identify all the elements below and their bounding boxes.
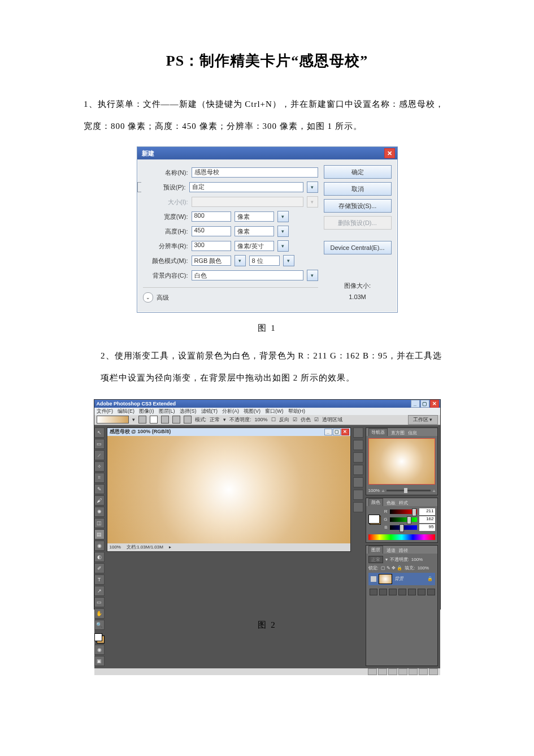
fill-value[interactable]: 100% bbox=[418, 565, 429, 571]
zoom-in-icon[interactable]: ▵ bbox=[433, 488, 435, 493]
tab-info[interactable]: 信息 bbox=[408, 430, 417, 436]
status-icon[interactable] bbox=[429, 668, 438, 675]
resolution-unit[interactable]: 像素/英寸 bbox=[235, 241, 274, 251]
g-value[interactable]: 162 bbox=[419, 516, 435, 523]
close-icon[interactable]: ✕ bbox=[430, 400, 439, 408]
zoom-tool-icon[interactable]: 🔍 bbox=[94, 620, 105, 630]
height-input[interactable]: 450 bbox=[192, 226, 231, 236]
layers-footer[interactable] bbox=[366, 587, 437, 597]
menu-item[interactable]: 视图(V) bbox=[244, 408, 261, 415]
cancel-button[interactable]: 取消 bbox=[324, 182, 392, 196]
b-value[interactable]: 95 bbox=[419, 524, 435, 531]
stamp-tool-icon[interactable]: ✺ bbox=[94, 507, 105, 517]
menu-item[interactable]: 文件(F) bbox=[97, 408, 114, 415]
dock-icon[interactable] bbox=[353, 452, 363, 463]
chevron-down-icon[interactable]: ▾ bbox=[283, 255, 294, 266]
menu-item[interactable]: 图层(L) bbox=[159, 408, 175, 415]
nav-zoom-value[interactable]: 100% bbox=[368, 488, 380, 493]
colormode-select[interactable]: RGB 颜色 bbox=[192, 256, 231, 266]
canvas[interactable] bbox=[107, 436, 350, 543]
expand-icon[interactable]: ⌄ bbox=[143, 292, 153, 303]
dock-icon[interactable] bbox=[353, 440, 363, 450]
fg-swatch[interactable] bbox=[368, 515, 380, 524]
r-slider[interactable] bbox=[390, 509, 417, 514]
gradient-linear-icon[interactable] bbox=[138, 416, 146, 424]
blend-mode[interactable]: 正常 bbox=[368, 556, 383, 563]
tab-styles[interactable]: 样式 bbox=[399, 500, 408, 506]
opacity-value[interactable]: 100% bbox=[255, 417, 268, 422]
eyedropper-tool-icon[interactable]: ✎ bbox=[94, 484, 105, 494]
b-slider[interactable] bbox=[390, 525, 417, 530]
gradient-tool-icon[interactable]: ▤ bbox=[94, 529, 105, 539]
tab-swatches[interactable]: 色板 bbox=[387, 500, 396, 506]
spectrum-bar[interactable] bbox=[368, 534, 435, 540]
option-flag[interactable]: 反向 bbox=[279, 416, 289, 424]
bgcontent-select[interactable]: 白色 bbox=[192, 270, 303, 280]
preset-select[interactable]: 自定 bbox=[189, 182, 303, 192]
menu-item[interactable]: 编辑(E) bbox=[118, 408, 134, 415]
new-layer-icon[interactable] bbox=[418, 589, 426, 595]
status-icon[interactable] bbox=[378, 668, 387, 675]
toolbox[interactable]: ↖ ▭ ⟋ ✧ ⌗ ✎ 🖌 ✺ ◫ ▤ ◉ ◐ ✐ T ↗ ▭ ✋ bbox=[94, 425, 105, 668]
layer-name[interactable]: 背景 bbox=[394, 576, 403, 582]
chevron-down-icon[interactable]: ▾ bbox=[235, 255, 246, 266]
adjustment-icon[interactable] bbox=[398, 589, 406, 595]
device-central-button[interactable]: Device Central(E)... bbox=[324, 241, 392, 254]
menu-item[interactable]: 分析(A) bbox=[222, 408, 239, 415]
link-icon[interactable] bbox=[370, 589, 377, 595]
dock-icon[interactable] bbox=[353, 490, 363, 500]
hand-tool-icon[interactable]: ✋ bbox=[94, 608, 105, 619]
navigator-preview[interactable] bbox=[368, 438, 435, 485]
path-tool-icon[interactable]: ↗ bbox=[94, 586, 105, 596]
menu-item[interactable]: 帮助(H) bbox=[288, 408, 306, 415]
tab-navigator[interactable]: 导航器 bbox=[368, 428, 388, 436]
height-unit[interactable]: 像素 bbox=[235, 226, 274, 236]
status-icon[interactable] bbox=[368, 668, 377, 675]
minimize-icon[interactable]: _ bbox=[411, 400, 420, 408]
g-slider[interactable] bbox=[390, 517, 417, 522]
width-input[interactable]: 800 bbox=[192, 211, 231, 222]
menu-item[interactable]: 图像(I) bbox=[139, 408, 154, 415]
maximize-icon[interactable]: ▢ bbox=[420, 400, 429, 408]
chevron-down-icon[interactable]: ▾ bbox=[277, 211, 289, 222]
wand-tool-icon[interactable]: ✧ bbox=[94, 461, 105, 472]
name-input[interactable]: 感恩母校 bbox=[192, 167, 318, 178]
dock-icon[interactable] bbox=[353, 502, 363, 512]
mask-icon[interactable] bbox=[389, 589, 397, 595]
save-preset-button[interactable]: 存储预设(S)... bbox=[324, 199, 392, 213]
color-swatches[interactable] bbox=[94, 633, 105, 643]
layer-thumbnail[interactable] bbox=[379, 574, 392, 584]
marquee-tool-icon[interactable]: ▭ bbox=[94, 439, 105, 449]
shape-tool-icon[interactable]: ▭ bbox=[94, 597, 105, 607]
resolution-input[interactable]: 300 bbox=[192, 241, 231, 251]
option-flag[interactable]: 仿色 bbox=[301, 416, 311, 424]
blur-tool-icon[interactable]: ◉ bbox=[94, 541, 105, 551]
menu-item[interactable]: 滤镜(T) bbox=[201, 408, 218, 415]
document-titlebar[interactable]: 感恩母校 @ 100% (RGB/8) _ ▢ ✕ bbox=[107, 428, 350, 436]
dock-icon[interactable] bbox=[353, 465, 363, 475]
tab-layers[interactable]: 图层 bbox=[368, 546, 383, 554]
gradient-swatch[interactable] bbox=[97, 416, 129, 424]
status-icon[interactable] bbox=[388, 668, 397, 675]
width-unit[interactable]: 像素 bbox=[235, 211, 274, 222]
dodge-tool-icon[interactable]: ◐ bbox=[94, 552, 105, 562]
ok-button[interactable]: 确定 bbox=[324, 165, 392, 179]
r-value[interactable]: 211 bbox=[419, 508, 435, 515]
panel-dock[interactable] bbox=[353, 425, 363, 668]
crop-tool-icon[interactable]: ⌗ bbox=[94, 473, 105, 483]
app-titlebar[interactable]: Adobe Photoshop CS3 Extended _ ▢ ✕ bbox=[94, 400, 440, 408]
menu-bar[interactable]: 文件(F) 编辑(E) 图像(I) 图层(L) 选择(S) 滤镜(T) 分析(A… bbox=[94, 408, 440, 415]
minimize-icon[interactable]: _ bbox=[324, 429, 332, 435]
close-icon[interactable]: ✕ bbox=[341, 429, 349, 435]
tab-paths[interactable]: 路径 bbox=[399, 547, 408, 554]
options-bar[interactable]: ▾ 模式: 正常 ▾ 不透明度: 100% ☐反向 ☑仿色 ☑透明区域 工作区 … bbox=[94, 415, 440, 425]
chevron-down-icon[interactable]: ▾ bbox=[307, 270, 318, 281]
gradient-reflected-icon[interactable] bbox=[172, 416, 180, 424]
group-icon[interactable] bbox=[408, 589, 416, 595]
colordepth-select[interactable]: 8 位 bbox=[249, 256, 280, 266]
menu-item[interactable]: 选择(S) bbox=[180, 408, 197, 415]
mode-value[interactable]: 正常 bbox=[210, 416, 220, 424]
foreground-color-swatch[interactable] bbox=[94, 633, 102, 641]
zoom-slider[interactable] bbox=[387, 490, 431, 491]
screenmode-icon[interactable]: ▣ bbox=[94, 656, 105, 666]
